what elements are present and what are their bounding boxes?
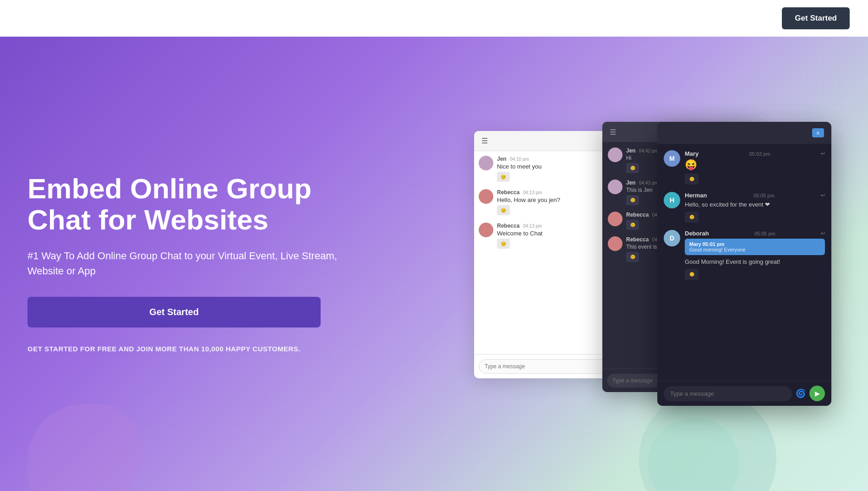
avatar: H	[664, 192, 680, 208]
msg-author: Deborah	[685, 230, 709, 237]
chat-input-light[interactable]	[479, 359, 616, 374]
avatar	[479, 223, 493, 237]
reaction-icon: 🙂	[497, 239, 510, 249]
reaction-icon: 🙂	[626, 252, 639, 262]
emoji-button[interactable]: 🌀	[796, 388, 806, 398]
msg-author: Rebecca 04:13 pm	[497, 189, 560, 196]
avatar	[608, 180, 622, 194]
nav-pricing[interactable]: Pricing	[257, 14, 282, 23]
nav-sign-in[interactable]: Sign In	[454, 14, 480, 23]
nav-live-streaming[interactable]: Live Streaming Chat	[305, 14, 379, 23]
chat-window-front: ≡ M Mary 05:02 pm ↩ 😝 🙂	[657, 122, 831, 406]
msg-author: Jen 04:10 pm	[497, 156, 542, 162]
msg-author: Mary	[685, 150, 699, 157]
hero-right-mockups: ☰ Jen 04:10 pm Nice to meet you 🙂 Rebecc…	[339, 122, 841, 406]
decorative-blob-green	[648, 418, 740, 491]
hero-section: Embed Online Group Chat for Websites #1 …	[0, 37, 868, 491]
msg-text: Nice to meet you	[497, 163, 542, 170]
msg-author: Jen 04:43 pm	[626, 180, 658, 186]
cwf-header: ≡	[657, 122, 831, 144]
msg-text: Good Morning! Event is going great!	[685, 258, 825, 266]
avatar	[608, 212, 622, 226]
brand-logo[interactable]: DeadSimpleChat	[18, 11, 113, 26]
avatar	[608, 147, 622, 162]
reply-author: Mary 05:01 pm	[689, 241, 820, 247]
reaction-icon: 🙂	[685, 174, 699, 185]
msg-text: Hello, How are you jen?	[497, 196, 560, 203]
list-item: M Mary 05:02 pm ↩ 😝 🙂	[664, 150, 825, 185]
menu-icon: ☰	[610, 128, 616, 136]
hero-get-started-button[interactable]: Get Started	[27, 297, 321, 327]
msg-text: Hi	[626, 155, 658, 161]
cwf-input-area: 🌀 ▶	[657, 381, 831, 406]
chat-window-light: ☰ Jen 04:10 pm Nice to meet you 🙂 Rebecc…	[474, 131, 621, 378]
navbar: DeadSimpleChat Developer Features Pricin…	[0, 0, 868, 37]
cwf-header-btn[interactable]: ≡	[812, 128, 824, 137]
arrow-icon: ↩	[821, 192, 825, 198]
hero-left-content: Embed Online Group Chat for Websites #1 …	[27, 173, 339, 355]
msg-text: Welcome to Chat	[497, 230, 542, 237]
reaction-icon: 🙂	[497, 172, 510, 182]
cwl-input-area	[474, 354, 621, 378]
avatar	[479, 189, 493, 204]
reply-text: Good morning! Everyone	[689, 247, 820, 252]
msg-text: This is Jen	[626, 187, 658, 193]
list-item: Rebecca 04:13 pm Welcome to Chat 🙂	[479, 223, 616, 249]
arrow-icon: ↩	[821, 230, 825, 236]
menu-icon: ☰	[481, 136, 488, 145]
avatar	[479, 156, 493, 170]
reply-bubble: Mary 05:01 pm Good morning! Everyone	[685, 239, 825, 255]
avatar: M	[664, 150, 680, 167]
nav-features[interactable]: Features	[201, 14, 234, 23]
msg-time: 05:05 pm	[754, 231, 775, 236]
msg-emoji: 😝	[685, 159, 825, 171]
list-item: D Deborah 05:05 pm ↩ Mary 05:01 pm Good …	[664, 230, 825, 280]
nav-support[interactable]: Support	[402, 14, 431, 23]
list-item: H Herman 05:05 pm ↩ Hello, so excited fo…	[664, 192, 825, 223]
cwl-header: ☰	[474, 131, 621, 151]
chat-input-front[interactable]	[664, 386, 792, 401]
nav-developer[interactable]: Developer	[141, 14, 178, 23]
reaction-icon: 🙂	[626, 220, 639, 230]
cwf-messages: M Mary 05:02 pm ↩ 😝 🙂 H	[657, 144, 831, 381]
list-item: Jen 04:10 pm Nice to meet you 🙂	[479, 156, 616, 182]
msg-time: 05:02 pm	[749, 151, 770, 157]
reaction-icon: 🙂	[685, 269, 699, 280]
nav-links: Developer Features Pricing Live Streamin…	[141, 14, 782, 23]
list-item: Rebecca 04:13 pm Hello, How are you jen?…	[479, 189, 616, 215]
msg-author: Jen 04:42 pm	[626, 147, 658, 154]
cwl-messages: Jen 04:10 pm Nice to meet you 🙂 Rebecca …	[474, 151, 621, 354]
arrow-icon: ↩	[821, 151, 825, 157]
decorative-blob-purple	[27, 404, 142, 491]
reaction-icon: 🙂	[626, 163, 639, 173]
msg-author: Herman	[685, 192, 707, 199]
reaction-icon: 🙂	[497, 205, 510, 215]
reaction-icon: 🙂	[685, 212, 699, 223]
send-button[interactable]: ▶	[809, 386, 825, 401]
msg-author: Rebecca 04:13 pm	[497, 223, 542, 229]
hero-subtitle: #1 Way To Add Online Group Chat to your …	[27, 248, 339, 278]
hero-tagline: GET STARTED FOR FREE AND JOIN MORE THAN …	[27, 344, 339, 355]
msg-text: Hello, so excited for the event ❤	[685, 201, 825, 209]
hero-title: Embed Online Group Chat for Websites	[27, 173, 339, 235]
msg-time: 05:05 pm	[753, 193, 775, 198]
avatar	[608, 236, 622, 251]
reaction-icon: 🙂	[626, 195, 639, 205]
avatar: D	[664, 230, 680, 246]
nav-get-started-button[interactable]: Get Started	[782, 7, 850, 29]
